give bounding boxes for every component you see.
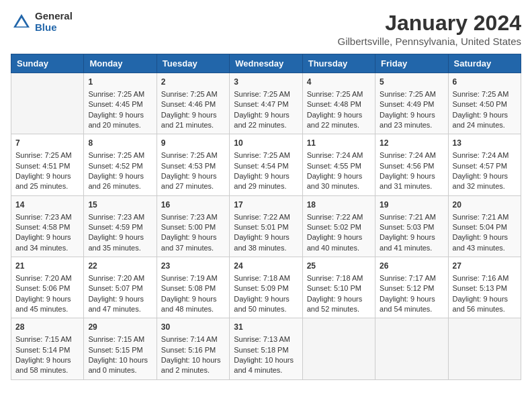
daylight-text: Daylight: 9 hours and 48 minutes.	[161, 294, 225, 315]
sunset-text: Sunset: 5:10 PM	[307, 283, 371, 293]
daylight-text: Daylight: 9 hours and 29 minutes.	[234, 171, 298, 192]
calendar-cell: 4Sunrise: 7:25 AMSunset: 4:48 PMDaylight…	[302, 73, 375, 134]
sunset-text: Sunset: 4:49 PM	[380, 99, 443, 109]
sunset-text: Sunset: 4:59 PM	[88, 222, 152, 232]
sunset-text: Sunset: 4:58 PM	[15, 222, 79, 232]
day-number: 28	[15, 322, 79, 333]
sunset-text: Sunset: 5:08 PM	[161, 283, 225, 293]
daylight-text: Daylight: 9 hours and 30 minutes.	[307, 171, 371, 192]
sunset-text: Sunset: 5:16 PM	[161, 345, 225, 355]
daylight-text: Daylight: 9 hours and 52 minutes.	[307, 294, 371, 315]
calendar-cell: 19Sunrise: 7:21 AMSunset: 5:03 PMDayligh…	[375, 195, 448, 257]
calendar-subtitle: Gilbertsville, Pennsylvania, United Stat…	[338, 36, 521, 47]
calendar-cell: 23Sunrise: 7:19 AMSunset: 5:08 PMDayligh…	[157, 257, 229, 318]
calendar-cell: 13Sunrise: 7:24 AMSunset: 4:57 PMDayligh…	[448, 134, 521, 195]
day-number: 12	[380, 138, 443, 149]
calendar-cell: 8Sunrise: 7:25 AMSunset: 4:52 PMDaylight…	[84, 134, 157, 195]
sunrise-text: Sunrise: 7:15 AM	[88, 334, 152, 345]
sunset-text: Sunset: 5:13 PM	[453, 283, 517, 293]
header: General Blue January 2024 Gilbertsville,…	[11, 11, 521, 47]
calendar-cell	[302, 318, 375, 379]
calendar-cell: 26Sunrise: 7:17 AMSunset: 5:12 PMDayligh…	[375, 257, 448, 318]
day-number: 27	[453, 261, 517, 272]
header-day-tuesday: Tuesday	[157, 54, 229, 73]
sunrise-text: Sunrise: 7:25 AM	[161, 89, 225, 99]
day-number: 25	[307, 261, 371, 272]
sunset-text: Sunset: 4:56 PM	[380, 161, 443, 171]
daylight-text: Daylight: 9 hours and 56 minutes.	[453, 294, 517, 315]
day-number: 2	[161, 77, 225, 88]
sunset-text: Sunset: 5:14 PM	[15, 345, 79, 355]
calendar-cell: 11Sunrise: 7:24 AMSunset: 4:55 PMDayligh…	[302, 134, 375, 195]
sunrise-text: Sunrise: 7:18 AM	[307, 273, 371, 283]
week-row-4: 21Sunrise: 7:20 AMSunset: 5:06 PMDayligh…	[11, 257, 521, 318]
sunrise-text: Sunrise: 7:22 AM	[307, 212, 371, 222]
sunset-text: Sunset: 4:51 PM	[15, 161, 79, 171]
calendar-cell: 3Sunrise: 7:25 AMSunset: 4:47 PMDaylight…	[230, 73, 302, 134]
calendar-cell: 29Sunrise: 7:15 AMSunset: 5:15 PMDayligh…	[84, 318, 157, 379]
day-number: 9	[161, 138, 225, 149]
daylight-text: Daylight: 9 hours and 20 minutes.	[88, 110, 152, 131]
calendar-cell: 22Sunrise: 7:20 AMSunset: 5:07 PMDayligh…	[84, 257, 157, 318]
days-header-row: SundayMondayTuesdayWednesdayThursdayFrid…	[11, 54, 521, 73]
daylight-text: Daylight: 9 hours and 54 minutes.	[380, 294, 443, 315]
sunset-text: Sunset: 4:45 PM	[88, 99, 152, 109]
daylight-text: Daylight: 9 hours and 35 minutes.	[88, 232, 152, 253]
sunset-text: Sunset: 4:47 PM	[234, 99, 298, 109]
daylight-text: Daylight: 9 hours and 27 minutes.	[161, 171, 225, 192]
calendar-cell: 10Sunrise: 7:25 AMSunset: 4:54 PMDayligh…	[230, 134, 302, 195]
sunrise-text: Sunrise: 7:23 AM	[161, 212, 225, 222]
sunset-text: Sunset: 5:01 PM	[234, 222, 298, 232]
day-number: 18	[307, 199, 371, 211]
sunset-text: Sunset: 5:09 PM	[234, 283, 298, 293]
sunrise-text: Sunrise: 7:25 AM	[88, 89, 152, 99]
sunrise-text: Sunrise: 7:25 AM	[234, 150, 298, 161]
calendar-cell: 12Sunrise: 7:24 AMSunset: 4:56 PMDayligh…	[375, 134, 448, 195]
logo-general-text: General	[35, 11, 73, 22]
calendar-cell: 15Sunrise: 7:23 AMSunset: 4:59 PMDayligh…	[84, 195, 157, 257]
sunset-text: Sunset: 4:54 PM	[234, 161, 298, 171]
calendar-cell	[375, 318, 448, 379]
calendar-cell	[11, 73, 84, 134]
sunset-text: Sunset: 5:04 PM	[453, 222, 517, 232]
week-row-5: 28Sunrise: 7:15 AMSunset: 5:14 PMDayligh…	[11, 318, 521, 379]
sunrise-text: Sunrise: 7:24 AM	[453, 150, 517, 161]
day-number: 19	[380, 199, 443, 211]
sunset-text: Sunset: 5:18 PM	[234, 345, 298, 355]
logo-icon	[11, 11, 32, 33]
week-row-3: 14Sunrise: 7:23 AMSunset: 4:58 PMDayligh…	[11, 195, 521, 257]
day-number: 7	[15, 138, 79, 149]
daylight-text: Daylight: 9 hours and 58 minutes.	[15, 355, 79, 376]
sunrise-text: Sunrise: 7:25 AM	[161, 150, 225, 161]
day-number: 13	[453, 138, 517, 149]
calendar-cell: 25Sunrise: 7:18 AMSunset: 5:10 PMDayligh…	[302, 257, 375, 318]
calendar-cell: 30Sunrise: 7:14 AMSunset: 5:16 PMDayligh…	[157, 318, 229, 379]
calendar-cell: 6Sunrise: 7:25 AMSunset: 4:50 PMDaylight…	[448, 73, 521, 134]
day-number: 5	[380, 77, 443, 88]
calendar-cell: 18Sunrise: 7:22 AMSunset: 5:02 PMDayligh…	[302, 195, 375, 257]
week-row-2: 7Sunrise: 7:25 AMSunset: 4:51 PMDaylight…	[11, 134, 521, 195]
daylight-text: Daylight: 9 hours and 22 minutes.	[234, 110, 298, 131]
day-number: 15	[88, 199, 152, 211]
day-number: 20	[453, 199, 517, 211]
header-day-saturday: Saturday	[448, 54, 521, 73]
daylight-text: Daylight: 9 hours and 40 minutes.	[307, 232, 371, 253]
sunrise-text: Sunrise: 7:25 AM	[234, 89, 298, 99]
day-number: 3	[234, 77, 298, 88]
day-number: 17	[234, 199, 298, 211]
week-row-1: 1Sunrise: 7:25 AMSunset: 4:45 PMDaylight…	[11, 73, 521, 134]
sunrise-text: Sunrise: 7:25 AM	[453, 89, 517, 99]
sunrise-text: Sunrise: 7:13 AM	[234, 334, 298, 345]
daylight-text: Daylight: 9 hours and 21 minutes.	[161, 110, 225, 131]
day-number: 8	[88, 138, 152, 149]
sunset-text: Sunset: 4:55 PM	[307, 161, 371, 171]
sunrise-text: Sunrise: 7:21 AM	[453, 212, 517, 222]
daylight-text: Daylight: 9 hours and 31 minutes.	[380, 171, 443, 192]
sunset-text: Sunset: 4:46 PM	[161, 99, 225, 109]
sunset-text: Sunset: 4:52 PM	[88, 161, 152, 171]
calendar-cell: 16Sunrise: 7:23 AMSunset: 5:00 PMDayligh…	[157, 195, 229, 257]
header-day-friday: Friday	[375, 54, 448, 73]
sunset-text: Sunset: 5:00 PM	[161, 222, 225, 232]
daylight-text: Daylight: 9 hours and 41 minutes.	[380, 232, 443, 253]
header-day-thursday: Thursday	[302, 54, 375, 73]
